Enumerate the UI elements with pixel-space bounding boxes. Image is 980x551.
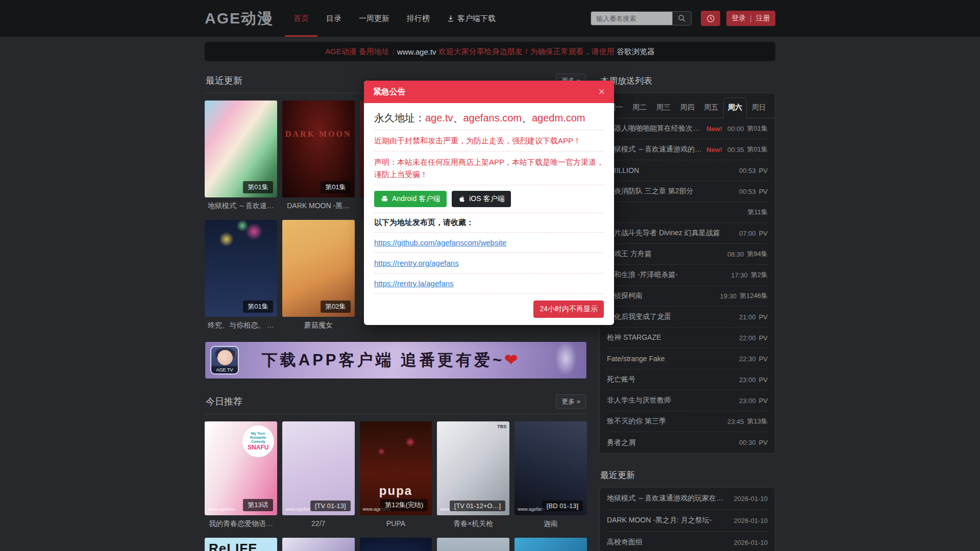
anime-card[interactable]: TBS www.agefans [TV 01-12+O…] 青春×机关枪 — [437, 421, 509, 529]
anime-poster: 第02集 — [282, 220, 355, 317]
apple-icon — [458, 195, 465, 203]
anime-card[interactable]: ReLIFE — [205, 538, 277, 551]
android-download-button[interactable]: Android 客户端 — [374, 191, 447, 207]
tbs-logo: TBS — [497, 424, 506, 429]
schedule-item[interactable]: 非人学生与厌世教师23:00PV — [607, 390, 768, 411]
episode-badge: [BD 01-13] — [542, 500, 583, 511]
mirror-link-github[interactable]: https://github.com/agefanscom/website — [374, 237, 604, 248]
anime-poster: 第01集 — [205, 220, 277, 317]
schedule-item[interactable]: 地狱模式 ～喜欢速通游戏的玩…New!00:35第01集 — [607, 139, 768, 160]
episode-badge: 第02集 — [321, 300, 350, 313]
schedule-item[interactable]: TRILLION00:53PV — [607, 160, 768, 181]
schedule-list: 机器人啪啪啪能算在经验次数…New!00:00第01集 地狱模式 ～喜欢速通游戏… — [600, 118, 775, 453]
schedule-item[interactable]: 名侦探柯南19:30第1246集 — [607, 286, 768, 307]
divider — [374, 151, 604, 152]
today-recommend-header: 今日推荐 更多 » — [205, 391, 587, 414]
modal-title: 紧急公告 — [373, 87, 406, 97]
divider — [374, 273, 604, 273]
schedule-item[interactable]: 枪神 STARGAZE22:00PV — [607, 328, 768, 348]
schedule-item[interactable]: 炎炎消防队 三之章 第2部分00:53PV — [607, 181, 768, 202]
episode-badge: 第01集 — [243, 300, 273, 313]
domain-link[interactable]: agedm.com — [532, 112, 585, 123]
schedule-item[interactable]: 卡片战斗先导者 Divinez 幻真星战篇07:00PV — [607, 223, 768, 244]
tab-sunday[interactable]: 周日 — [747, 97, 771, 118]
anime-card[interactable]: 第02集 蘑菇魔女 — [282, 220, 355, 330]
register-label[interactable]: 注册 — [756, 14, 770, 23]
side-recent-panel: 地狱模式 ～喜欢速通游戏的玩家在废设…2026-01-10 DARK MOON … — [599, 487, 775, 551]
poster-watermark: www.agefans — [208, 507, 235, 512]
clock-icon — [706, 14, 715, 23]
anime-poster — [360, 538, 432, 551]
nav-item-catalog[interactable]: 目录 — [317, 0, 350, 37]
schedule-item[interactable]: 昭和生浪 -芹泽暗杀篇-17:30第2集 — [607, 265, 768, 286]
schedule-item[interactable]: 机器人啪啪啪能算在经验次数…New!00:00第01集 — [607, 118, 768, 139]
anime-poster: TBS www.agefans [TV 01-12+O…] — [437, 421, 509, 515]
divider — [374, 253, 604, 253]
divider — [374, 293, 604, 294]
anime-card[interactable] — [360, 538, 432, 551]
anime-card[interactable]: DARK MOON 第01集 DARK MOON -黑… — [282, 101, 355, 211]
tab-friday[interactable]: 周五 — [699, 97, 723, 118]
schedule-item[interactable]: 第11集 — [607, 202, 768, 223]
heart-icon: ❤ — [504, 351, 518, 369]
anime-poster: pupa www.agefans 第12集(完结) — [360, 421, 432, 515]
schedule-item[interactable]: 勇者之屑00:30PV — [607, 432, 768, 453]
recent-item[interactable]: 地狱模式 ～喜欢速通游戏的玩家在废设…2026-01-10 — [607, 488, 768, 510]
top-navbar: AGE动漫 首页 目录 一周更新 排行榜 客户端下载 — [0, 0, 980, 37]
anime-card[interactable]: www.agefans [BD 01-13] 迦南 — [514, 421, 587, 529]
anime-poster — [437, 538, 509, 551]
recent-item[interactable]: 高校奇面组2026-01-10 — [607, 532, 768, 551]
nav-item-rank[interactable]: 排行榜 — [398, 0, 438, 37]
nav-item-weekly[interactable]: 一周更新 — [350, 0, 398, 37]
anime-card[interactable]: 第01集 地狱模式 ～喜欢速… — [205, 101, 277, 211]
dismiss-24h-button[interactable]: 24小时内不再显示 — [533, 300, 604, 318]
site-logo[interactable]: AGE动漫 — [205, 8, 274, 29]
tab-saturday[interactable]: 周六 — [723, 97, 747, 118]
anime-card[interactable]: My Teen Romantic Comedy SNAFU www.agefan… — [205, 421, 277, 529]
schedule-item[interactable]: 致不灭的你 第三季23:45第13集 — [607, 411, 768, 432]
mirror-link-rentry-org[interactable]: https://rentry.org/agefans — [374, 258, 604, 268]
domain-link[interactable]: age.tv — [425, 112, 453, 123]
anime-poster: My Teen Romantic Comedy SNAFU www.agefan… — [205, 421, 277, 515]
anime-poster: www.agefans [TV 01-13] — [282, 421, 355, 515]
episode-badge: 第12集(完结) — [380, 499, 428, 511]
search-box — [591, 11, 692, 26]
today-recommend-more-button[interactable]: 更多 » — [556, 394, 586, 409]
anime-card[interactable] — [514, 538, 587, 551]
domain-link[interactable]: agefans.com — [463, 112, 522, 123]
schedule-item[interactable]: Fate/strange Fake22:30PV — [607, 348, 768, 369]
tab-wednesday[interactable]: 周三 — [651, 97, 675, 118]
schedule-item[interactable]: 孵化后我变成了龙蛋21:00PV — [607, 307, 768, 328]
tab-thursday[interactable]: 周四 — [675, 97, 699, 118]
login-register-button[interactable]: 登录 | 注册 — [726, 11, 775, 26]
tab-tuesday[interactable]: 周二 — [628, 97, 652, 118]
schedule-item[interactable]: 死亡账号23:00PV — [607, 369, 768, 390]
today-recommend-grid: My Teen Romantic Comedy SNAFU www.agefan… — [205, 421, 587, 551]
ios-download-button[interactable]: iOS 客户端 — [452, 191, 511, 207]
recent-item[interactable]: DARK MOON -黑之月: 月之祭坛-2026-01-10 — [607, 510, 768, 532]
search-button[interactable] — [672, 11, 692, 26]
login-divider: | — [750, 14, 752, 22]
login-label[interactable]: 登录 — [731, 14, 746, 23]
episode-badge: 第01集 — [243, 181, 273, 193]
new-badge: New! — [706, 146, 722, 154]
anime-card[interactable]: pupa www.agefans 第12集(完结) PUPA — [360, 421, 432, 529]
mirror-link-rentry-la[interactable]: https://rentry.la/agefans — [374, 278, 604, 289]
anime-card[interactable]: www.agefans [TV 01-13] 22/7 — [282, 421, 355, 529]
app-download-banner[interactable]: AGE.TV 下载APP客户端 追番更有爱~❤ — [205, 341, 587, 379]
close-icon[interactable]: × — [598, 86, 605, 97]
download-icon — [447, 15, 454, 22]
nav-item-app-download[interactable]: 客户端下载 — [438, 0, 504, 37]
anime-poster — [282, 538, 355, 551]
poster-bubble: My Teen Romantic Comedy SNAFU — [242, 425, 274, 457]
anime-card[interactable] — [282, 538, 355, 551]
nav-item-home[interactable]: 首页 — [285, 0, 317, 37]
history-button[interactable] — [701, 11, 720, 26]
modal-header: 紧急公告 × — [364, 81, 614, 103]
anime-card[interactable] — [437, 538, 509, 551]
anime-card[interactable]: 第01集 终究、与你相恋。 … — [205, 220, 277, 330]
weekly-schedule-panel: 周一 周二 周三 周四 周五 周六 周日 机器人啪啪啪能算在经验次数…New!0… — [599, 93, 775, 454]
divider — [374, 130, 604, 130]
schedule-item[interactable]: 游戏王 方舟篇08:30第94集 — [607, 244, 768, 265]
search-input[interactable] — [591, 11, 672, 26]
